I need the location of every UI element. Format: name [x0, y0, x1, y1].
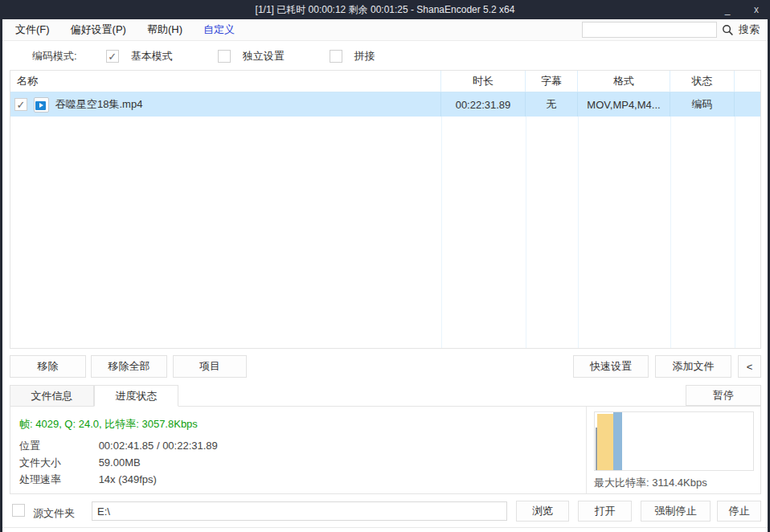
- file-list-table: 名称 时长 字幕 格式 状态 吞噬星空18集.mp4 00:22:31.89 无…: [10, 70, 761, 349]
- source-folder-checkbox[interactable]: [12, 504, 25, 517]
- column-header-filler: [735, 71, 760, 92]
- encoding-mode-bar: 编码模式: 基本模式 独立设置 拼接: [2, 42, 768, 71]
- open-button[interactable]: 打开: [578, 501, 632, 522]
- row-status: 编码: [670, 92, 735, 117]
- filesize-label: 文件大小: [19, 456, 96, 470]
- concat-label: 拼接: [354, 49, 375, 63]
- row-filler: [735, 92, 760, 117]
- column-header-subtitle[interactable]: 字幕: [526, 71, 578, 92]
- progress-status-panel: 帧: 4029, Q: 24.0, 比特率: 3057.8Kbps 位置 00:…: [10, 406, 761, 494]
- force-stop-button[interactable]: 强制停止: [641, 501, 711, 522]
- table-row[interactable]: 吞噬星空18集.mp4 00:22:31.89 无 MOV,MP4,M4... …: [10, 92, 760, 117]
- row-format: MOV,MP4,M4...: [578, 92, 670, 117]
- source-folder-label: 源文件夹: [33, 506, 75, 521]
- position-label: 位置: [19, 439, 96, 453]
- menu-custom[interactable]: 自定义: [203, 23, 235, 37]
- search-area: 搜索: [582, 22, 760, 38]
- column-header-name[interactable]: 名称: [10, 71, 441, 92]
- pause-button[interactable]: 暂停: [686, 385, 761, 406]
- browse-button[interactable]: 浏览: [516, 501, 569, 522]
- search-input[interactable]: [582, 22, 717, 38]
- list-actions-row: 移除 移除全部 项目 快速设置 添加文件 <: [10, 355, 761, 378]
- menu-preferences[interactable]: 偏好设置(P): [71, 23, 126, 37]
- menu-file[interactable]: 文件(F): [15, 23, 50, 37]
- statusbar: I'm encoding it, and the video's going 9…: [2, 527, 768, 532]
- remove-button[interactable]: 移除: [10, 355, 86, 378]
- window-title: [1/1] 已耗时 00:00:12 剩余 00:01:25 - ShanaEn…: [256, 3, 515, 17]
- add-files-button[interactable]: 添加文件: [655, 355, 731, 378]
- close-button[interactable]: x: [749, 4, 764, 15]
- output-path-input[interactable]: [92, 501, 507, 521]
- mode-option-concat[interactable]: 拼接: [330, 49, 375, 63]
- minimize-button[interactable]: _: [720, 4, 735, 15]
- speed-value: 14x (349fps): [99, 473, 157, 485]
- video-file-icon: [34, 97, 49, 113]
- menu-help[interactable]: 帮助(H): [147, 23, 182, 37]
- window-content: 文件(F) 偏好设置(P) 帮助(H) 自定义 搜索 编码模式: 基本模式 独立…: [2, 19, 768, 529]
- encoding-mode-label: 编码模式:: [32, 49, 77, 63]
- search-button[interactable]: 搜索: [739, 23, 760, 37]
- shanaencoder-window: [1/1] 已耗时 00:00:12 剩余 00:01:25 - ShanaEn…: [0, 0, 770, 532]
- titlebar[interactable]: [1/1] 已耗时 00:00:12 剩余 00:01:25 - ShanaEn…: [0, 0, 770, 19]
- mode-option-independent[interactable]: 独立设置: [218, 49, 285, 63]
- row-duration: 00:22:31.89: [441, 92, 526, 117]
- menubar: 文件(F) 偏好设置(P) 帮助(H) 自定义 搜索: [2, 19, 768, 41]
- project-button[interactable]: 项目: [173, 355, 247, 378]
- column-header-duration[interactable]: 时长: [441, 71, 526, 92]
- independent-settings-label: 独立设置: [243, 49, 285, 63]
- tab-file-info[interactable]: 文件信息: [10, 385, 94, 407]
- speed-row: 处理速率 14x (349fps): [19, 473, 157, 487]
- info-tabs-row: 文件信息 进度状态 暂停: [10, 385, 761, 407]
- speed-label: 处理速率: [19, 473, 96, 487]
- position-value: 00:02:41.85 / 00:22:31.89: [99, 440, 218, 452]
- search-icon: [722, 24, 734, 36]
- filesize-value: 59.00MB: [99, 456, 141, 469]
- table-header: 名称 时长 字幕 格式 状态: [10, 71, 760, 92]
- filesize-row: 文件大小 59.00MB: [19, 456, 141, 470]
- tab-progress-status[interactable]: 进度状态: [94, 385, 178, 407]
- remove-all-button[interactable]: 移除全部: [91, 355, 167, 378]
- table-column-grid: [10, 117, 760, 348]
- basic-mode-checkbox[interactable]: [106, 50, 119, 63]
- concat-checkbox[interactable]: [330, 50, 342, 63]
- bitrate-bars: [596, 412, 753, 470]
- row-checkbox[interactable]: [14, 98, 27, 111]
- row-subtitle: 无: [526, 92, 578, 117]
- bitrate-chart: [594, 411, 754, 471]
- max-bitrate-label: 最大比特率: 3114.4Kbps: [594, 476, 707, 490]
- column-header-format[interactable]: 格式: [578, 71, 670, 92]
- position-row: 位置 00:02:41.85 / 00:22:31.89: [19, 439, 218, 453]
- collapse-panel-button[interactable]: <: [738, 355, 761, 378]
- stop-button[interactable]: 停止: [717, 501, 761, 522]
- quick-settings-button[interactable]: 快速设置: [573, 355, 649, 378]
- basic-mode-label: 基本模式: [131, 49, 173, 63]
- encoding-stats-line: 帧: 4029, Q: 24.0, 比特率: 3057.8Kbps: [19, 417, 198, 432]
- mode-option-basic[interactable]: 基本模式: [106, 49, 173, 63]
- output-row: 源文件夹 浏览 打开 强制停止 停止: [10, 501, 761, 522]
- row-filename: 吞噬星空18集.mp4: [55, 97, 142, 112]
- panel-divider: [586, 407, 587, 493]
- column-header-status[interactable]: 状态: [670, 71, 735, 92]
- independent-settings-checkbox[interactable]: [218, 50, 231, 63]
